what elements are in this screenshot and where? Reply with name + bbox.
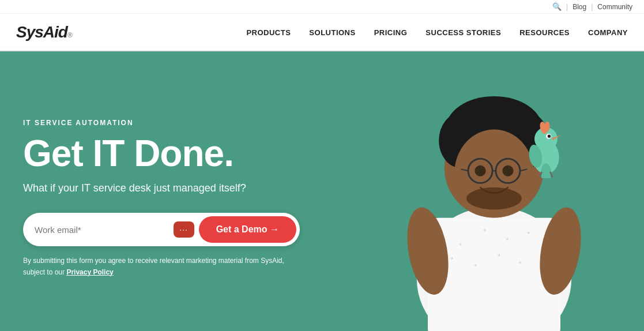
search-icon[interactable]: 🔍 (552, 2, 562, 11)
hero-tagline: What if your IT service desk just manage… (23, 182, 300, 194)
nav-item-success-stories[interactable]: SUCCESS STORIES (425, 27, 501, 37)
separator: | (566, 3, 568, 11)
svg-text:✈: ✈ (483, 227, 487, 233)
separator2: | (591, 3, 593, 11)
hero-subtitle: IT Service Automation (23, 119, 300, 127)
svg-rect-14 (428, 218, 560, 331)
disclaimer-text: By submitting this form you agree to rec… (23, 257, 284, 276)
svg-point-13 (466, 187, 522, 209)
logo-aid: Aid (43, 23, 67, 42)
nav-link-solutions[interactable]: SOLUTIONS (309, 28, 355, 37)
svg-point-11 (474, 166, 485, 176)
svg-point-29 (548, 135, 551, 138)
svg-point-12 (502, 166, 513, 176)
hero-section: IT Service Automation Get IT Done. What … (0, 51, 644, 331)
logo-registered: ® (67, 31, 72, 39)
hero-content: IT Service Automation Get IT Done. What … (0, 84, 323, 300)
top-bar: 🔍 | Blog | Community (0, 0, 644, 14)
blog-link[interactable]: Blog (573, 3, 586, 11)
get-demo-button[interactable]: Get a Demo → (199, 216, 296, 243)
chat-icon: ··· (174, 221, 194, 238)
community-link[interactable]: Community (597, 3, 632, 11)
nav-item-solutions[interactable]: SOLUTIONS (309, 27, 355, 37)
nav-link-company[interactable]: COMPANY (588, 28, 628, 37)
person-illustration: ✈ ✈ ✈ ✈ ✈ ✈ ✈ ✈ ✈ (367, 69, 621, 331)
hero-disclaimer: By submitting this form you agree to rec… (23, 255, 300, 277)
bird-illustration (523, 121, 569, 178)
nav-item-company[interactable]: COMPANY (588, 27, 628, 37)
privacy-policy-link[interactable]: Privacy Policy (66, 268, 113, 276)
hero-person-area: ✈ ✈ ✈ ✈ ✈ ✈ ✈ ✈ ✈ (344, 51, 644, 331)
nav-links: PRODUCTS SOLUTIONS PRICING SUCCESS STORI… (246, 27, 628, 37)
nav-item-resources[interactable]: RESOURCES (519, 27, 570, 37)
dots-icon: ··· (179, 225, 188, 234)
logo[interactable]: SysAid® (16, 23, 72, 42)
nav-link-resources[interactable]: RESOURCES (519, 28, 570, 37)
email-input[interactable] (35, 225, 169, 235)
nav-link-success-stories[interactable]: SUCCESS STORIES (425, 28, 501, 37)
hero-title: Get IT Done. (23, 135, 300, 172)
nav-link-products[interactable]: PRODUCTS (246, 28, 291, 37)
main-nav: SysAid® PRODUCTS SOLUTIONS PRICING SUCCE… (0, 14, 644, 51)
svg-text:✈: ✈ (497, 253, 502, 258)
nav-item-products[interactable]: PRODUCTS (246, 27, 291, 37)
nav-item-pricing[interactable]: PRICING (374, 27, 408, 37)
nav-link-pricing[interactable]: PRICING (374, 28, 408, 37)
hero-form: ··· Get a Demo → (23, 213, 300, 246)
logo-sys: Sys (16, 23, 43, 42)
